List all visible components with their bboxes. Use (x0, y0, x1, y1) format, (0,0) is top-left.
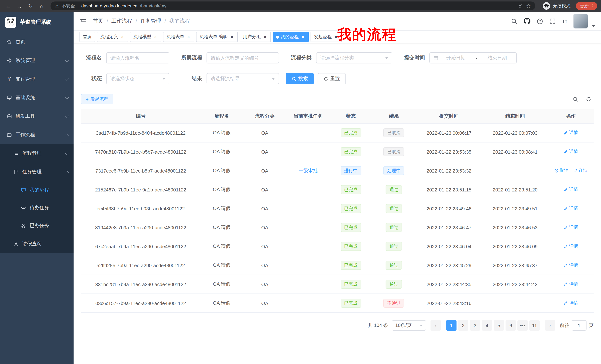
detail-link[interactable]: 详情 (563, 186, 578, 193)
detail-link[interactable]: 详情 (573, 168, 587, 174)
detail-link[interactable]: 详情 (563, 262, 578, 268)
tab-item-active[interactable]: 我的流程× (273, 32, 309, 42)
tab-item[interactable]: 流程模型× (130, 32, 161, 42)
sidebar-item-todo-tasks[interactable]: 待办任务 (0, 199, 74, 217)
tab-item[interactable]: 流程表单-编辑× (196, 32, 238, 42)
row-actions: 详情 (548, 199, 594, 218)
security-warning-icon: ⚠ (55, 3, 59, 9)
result-badge-cell: 通过 (372, 256, 416, 275)
table-toolbar: + 发起流程 (81, 94, 594, 104)
pagination-more[interactable]: ••• (517, 320, 528, 331)
result-select[interactable]: 请选择流结果 (207, 73, 279, 84)
pagination-prev[interactable]: ‹ (431, 320, 441, 331)
filter-status: 状态 请选择状态 (81, 73, 169, 84)
sidebar-item-home[interactable]: 首页 (0, 33, 74, 51)
sidebar-toggle-icon[interactable] (80, 18, 87, 25)
close-tab-icon[interactable]: × (153, 35, 158, 39)
browser-reload-icon[interactable]: ↻ (26, 1, 35, 10)
tab-item[interactable]: 流程表单× (163, 32, 194, 42)
cancel-icon (554, 168, 559, 173)
browser-menu-icon[interactable]: ⋮ (590, 3, 595, 9)
close-tab-icon[interactable]: × (120, 35, 125, 39)
breadcrumb-task-management[interactable]: 任务管理 (140, 18, 161, 25)
close-tab-icon[interactable]: × (263, 35, 267, 39)
breadcrumb: 首页 / 工作流程 / 任务管理 / 我的流程 (93, 18, 190, 25)
detail-link[interactable]: 详情 (563, 243, 578, 249)
breadcrumb-home[interactable]: 首页 (93, 18, 103, 25)
password-key-icon[interactable] (518, 3, 523, 9)
sidebar-item-done-tasks[interactable]: 已办任务 (0, 217, 74, 234)
close-tab-icon[interactable]: × (230, 35, 234, 39)
close-tab-icon[interactable]: × (334, 35, 338, 39)
process-id: 2152467e-7b9b-11ec-9a1b-acde48001122 (81, 180, 200, 199)
tab-label: 流程表单-编辑 (200, 34, 228, 40)
sidebar-item-infrastructure[interactable]: 基础设施 (0, 88, 74, 107)
detail-link[interactable]: 详情 (563, 205, 578, 212)
edit-icon (563, 282, 568, 287)
browser-home-icon[interactable]: ⌂ (37, 1, 46, 10)
detail-link[interactable]: 详情 (563, 149, 578, 155)
app-logo-row[interactable]: 芋道管理系统 (0, 12, 74, 33)
start-process-button[interactable]: + 发起流程 (81, 94, 113, 104)
cancel-link[interactable]: 取消 (554, 168, 569, 174)
pagination-page-4[interactable]: 4 (482, 320, 492, 331)
security-label[interactable]: 不安全 (62, 3, 75, 9)
result-badge-cell: 已取消 (372, 123, 416, 142)
bookmark-star-icon[interactable]: ☆ (526, 3, 531, 9)
pagination-page-11[interactable]: 11 (529, 320, 540, 331)
goto-page-input[interactable] (572, 320, 587, 331)
status-select[interactable]: 请选择状态 (106, 73, 169, 84)
tab-item[interactable]: 用户分组× (240, 32, 271, 42)
reset-button[interactable]: 重置 (318, 73, 346, 84)
tab-item[interactable]: 首页 (80, 32, 95, 42)
sidebar-item-payment[interactable]: ¥ 支付管理 (0, 70, 74, 88)
page-size-select[interactable]: 10条/页 (392, 320, 426, 331)
table-row: 3ad174fb-7b9d-11ec-8404-acde48001122OA 请… (81, 123, 594, 142)
search-icon[interactable] (511, 18, 517, 24)
detail-link[interactable]: 详情 (563, 130, 578, 136)
browser-forward-icon[interactable]: → (15, 1, 24, 10)
sidebar-item-leave-query[interactable]: 请假查询 (0, 234, 74, 253)
sidebar-item-devtools[interactable]: 研发工具 (0, 107, 74, 125)
toggle-search-icon[interactable] (573, 96, 578, 102)
close-tab-icon[interactable]: × (186, 35, 191, 39)
tab-item[interactable]: 流程定义× (97, 32, 128, 42)
process-name-input[interactable] (106, 52, 169, 63)
fullscreen-icon[interactable] (549, 18, 555, 24)
url-bar[interactable]: ⚠ 不安全 | dashboard.yudao.iocoder.cn/bpm/t… (50, 1, 535, 10)
pagination-page-2[interactable]: 2 (458, 320, 468, 331)
pagination-next[interactable]: › (545, 320, 555, 331)
github-icon[interactable] (523, 18, 530, 25)
sidebar-item-workflow[interactable]: 工作流程 (0, 125, 74, 144)
browser-back-icon[interactable]: ← (4, 1, 13, 10)
refresh-table-icon[interactable] (586, 96, 591, 102)
avatar-caret-icon[interactable] (592, 25, 595, 27)
pagination-page-1[interactable]: 1 (446, 320, 457, 331)
update-button[interactable]: 更新 ⋮ (576, 2, 597, 10)
sidebar-item-process-management[interactable]: 流程管理 (0, 144, 74, 163)
process-definition-input[interactable] (207, 52, 279, 63)
date-range-picker[interactable]: 开始日期 - 结束日期 (429, 52, 517, 63)
sidebar-item-system[interactable]: 系统管理 (0, 51, 74, 70)
sidebar-item-task-management[interactable]: 任务管理 (0, 163, 74, 181)
pagination-page-6[interactable]: 6 (506, 320, 516, 331)
pagination-page-3[interactable]: 3 (470, 320, 480, 331)
tab-item[interactable]: 发起流程× (311, 32, 342, 42)
detail-link[interactable]: 详情 (563, 300, 578, 306)
sidebar-item-my-process[interactable]: 我的流程 (0, 181, 74, 199)
close-tab-icon[interactable]: × (300, 35, 305, 39)
detail-link[interactable]: 详情 (563, 224, 578, 231)
search-button[interactable]: 搜索 (286, 73, 314, 84)
category-select[interactable]: 请选择流程分类 (316, 52, 392, 63)
end-time: 2022-01-22 23:49:51 (482, 199, 548, 218)
font-size-icon[interactable]: TT (562, 18, 567, 24)
detail-link[interactable]: 详情 (563, 281, 578, 287)
breadcrumb-workflow[interactable]: 工作流程 (111, 18, 132, 25)
process-id: 3ad174fb-7b9d-11ec-8404-acde48001122 (81, 123, 200, 142)
user-avatar[interactable] (573, 14, 588, 29)
submit-time: 2022-01-22 23:49:46 (416, 199, 482, 218)
result-badge: 通过 (386, 261, 402, 270)
pagination-page-5[interactable]: 5 (494, 320, 504, 331)
current-task-link[interactable]: 一级审批 (299, 168, 318, 173)
help-icon[interactable] (537, 18, 543, 24)
